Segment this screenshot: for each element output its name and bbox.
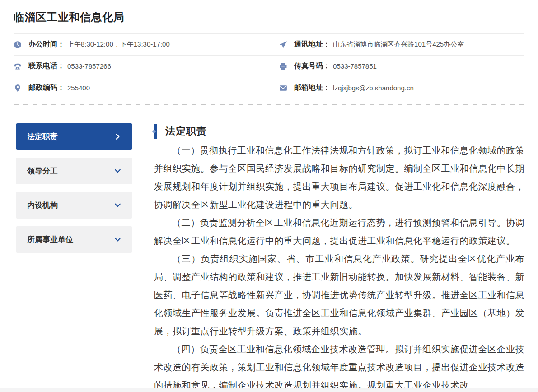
contact-info-panel: 办公时间： 上午8:30-12:00，下午13:30-17:00 通讯地址： 山… [14, 33, 524, 105]
nav-arrow-icon [279, 41, 287, 49]
email-field: 邮箱地址： lzqjxjbgs@zb.shandong.cn [279, 77, 524, 104]
postal-code-label: 邮政编码： [28, 83, 65, 93]
page-container: 临淄区工业和信息化局 办公时间： 上午8:30-12:00，下午13:30-17… [0, 0, 538, 392]
footer-strip [0, 388, 538, 392]
main-section: 法定职责 领导分工 内设机构 所属事业单位 法定职责 （一）贯彻执行 [14, 123, 524, 392]
office-hours-value: 上午8:30-12:00，下午13:30-17:00 [67, 40, 170, 49]
sidebar-item-leadership[interactable]: 领导分工 [16, 158, 132, 184]
sidebar: 法定职责 领导分工 内设机构 所属事业单位 [16, 123, 132, 392]
content-area: 法定职责 （一）贯彻执行工业和信息化工作法律法规和方针政策，拟订工业和信息化领域… [154, 123, 524, 392]
info-row: 邮政编码： 255400 邮箱地址： lzqjxjbgs@zb.shandong… [14, 77, 524, 105]
heading-accent-bar [154, 124, 157, 139]
sidebar-item-legal-duties[interactable]: 法定职责 [16, 123, 132, 150]
info-row: 联系电话： 0533-7857266 传真号码： 0533-7857851 [14, 56, 524, 77]
sidebar-item-affiliated-units[interactable]: 所属事业单位 [16, 226, 132, 253]
address-label: 通讯地址： [294, 40, 330, 49]
address-value: 山东省淄博市临淄区齐兴路101号425办公室 [333, 40, 464, 49]
address-field: 通讯地址： 山东省淄博市临淄区齐兴路101号425办公室 [279, 34, 524, 55]
phone-icon [14, 62, 22, 70]
sidebar-item-label: 所属事业单位 [27, 234, 73, 245]
office-hours-field: 办公时间： 上午8:30-12:00，下午13:30-17:00 [14, 34, 279, 55]
duty-paragraph: （一）贯彻执行工业和信息化工作法律法规和方针政策，拟订工业和信息化领域的政策并组… [154, 141, 524, 214]
chevron-down-icon [114, 202, 121, 209]
office-hours-label: 办公时间： [28, 40, 65, 49]
postal-code-value: 255400 [67, 84, 90, 92]
info-row: 办公时间： 上午8:30-12:00，下午13:30-17:00 通讯地址： 山… [14, 34, 524, 56]
location-pin-icon [14, 84, 22, 92]
section-heading-text: 法定职责 [165, 125, 207, 138]
sidebar-item-label: 领导分工 [27, 166, 58, 176]
fax-value: 0533-7857851 [333, 62, 377, 70]
duty-paragraph: （四）负责全区工业和信息化领域企业技术改造管理。拟订并组织实施促进全区企业技术改… [154, 340, 524, 392]
chevron-down-icon [114, 168, 121, 174]
phone-value: 0533-7857266 [67, 62, 111, 70]
section-heading: 法定职责 [154, 123, 524, 140]
fax-label: 传真号码： [294, 61, 330, 71]
phone-field: 联系电话： 0533-7857266 [14, 56, 279, 77]
sidebar-item-label: 内设机构 [27, 200, 58, 210]
sidebar-item-label: 法定职责 [27, 131, 58, 142]
clock-icon [14, 41, 22, 49]
fax-field: 传真号码： 0533-7857851 [279, 56, 524, 77]
duty-paragraph: （三）负责组织实施国家、省、市工业和信息化产业政策。研究提出全区优化产业布局、调… [154, 250, 524, 340]
postal-code-field: 邮政编码： 255400 [14, 77, 279, 104]
duty-paragraph: （二）负责监测分析全区工业和信息化近期运行态势，进行预测预警和信息引导。协调解决… [154, 214, 524, 250]
phone-label: 联系电话： [28, 61, 65, 71]
chevron-right-icon [114, 133, 121, 140]
page-title: 临淄区工业和信息化局 [14, 0, 524, 23]
fax-icon [279, 62, 287, 70]
sidebar-item-internal-depts[interactable]: 内设机构 [16, 192, 132, 219]
envelope-icon [279, 84, 287, 92]
chevron-down-icon [114, 236, 121, 243]
email-value: lzqjxjbgs@zb.shandong.cn [333, 84, 414, 92]
email-label: 邮箱地址： [294, 83, 330, 93]
duties-article: （一）贯彻执行工业和信息化工作法律法规和方针政策，拟订工业和信息化领域的政策并组… [154, 141, 524, 392]
